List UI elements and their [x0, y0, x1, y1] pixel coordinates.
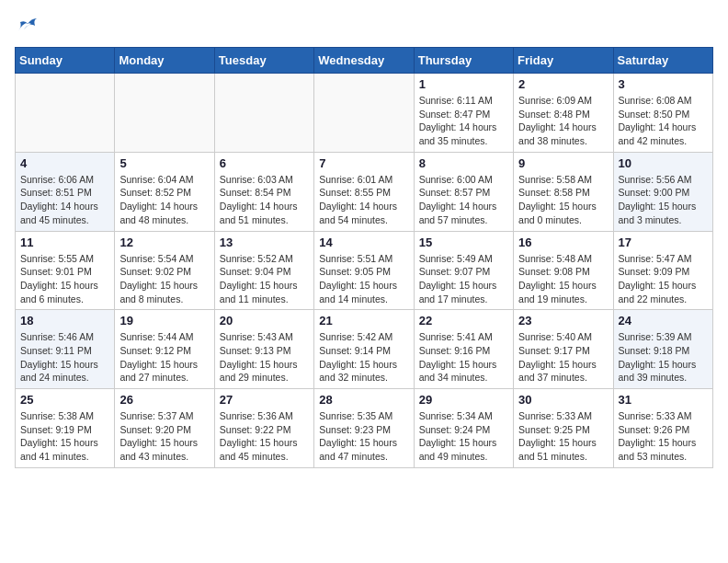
day-cell: 21Sunrise: 5:42 AMSunset: 9:14 PMDayligh…: [314, 310, 414, 389]
day-number: 31: [619, 393, 708, 407]
day-cell: 28Sunrise: 5:35 AMSunset: 9:23 PMDayligh…: [314, 389, 414, 468]
day-number: 17: [619, 236, 708, 249]
day-info: Sunrise: 5:49 AMSunset: 9:07 PMDaylight:…: [419, 252, 508, 306]
day-number: 19: [119, 314, 209, 327]
day-info: Sunrise: 5:33 AMSunset: 9:25 PMDaylight:…: [518, 409, 608, 464]
week-row-5: 25Sunrise: 5:38 AMSunset: 9:19 PMDayligh…: [16, 389, 713, 468]
day-info: Sunrise: 6:01 AMSunset: 8:55 PMDaylight:…: [319, 173, 408, 227]
day-info: Sunrise: 5:47 AMSunset: 9:09 PMDaylight:…: [619, 252, 708, 306]
day-number: 25: [20, 393, 109, 407]
day-number: 22: [419, 314, 508, 327]
day-number: 21: [319, 314, 408, 327]
day-info: Sunrise: 5:48 AMSunset: 9:08 PMDaylight:…: [518, 252, 608, 306]
day-cell: 1Sunrise: 6:11 AMSunset: 8:47 PMDaylight…: [414, 74, 513, 153]
week-row-2: 4Sunrise: 6:06 AMSunset: 8:51 PMDaylight…: [16, 152, 713, 231]
day-cell: 20Sunrise: 5:43 AMSunset: 9:13 PMDayligh…: [214, 310, 313, 389]
day-cell: 2Sunrise: 6:09 AMSunset: 8:48 PMDaylight…: [514, 74, 613, 153]
day-cell: 14Sunrise: 5:51 AMSunset: 9:05 PMDayligh…: [314, 231, 414, 310]
day-info: Sunrise: 5:38 AMSunset: 9:19 PMDaylight:…: [20, 409, 109, 464]
day-number: 7: [319, 156, 408, 170]
week-row-3: 11Sunrise: 5:55 AMSunset: 9:01 PMDayligh…: [16, 231, 713, 310]
day-number: 23: [518, 314, 608, 327]
day-number: 3: [619, 77, 708, 91]
day-cell: 5Sunrise: 6:04 AMSunset: 8:52 PMDaylight…: [115, 152, 214, 231]
day-cell: 12Sunrise: 5:54 AMSunset: 9:02 PMDayligh…: [115, 231, 214, 310]
day-number: 27: [220, 393, 309, 407]
day-info: Sunrise: 5:34 AMSunset: 9:24 PMDaylight:…: [419, 409, 508, 464]
day-number: 10: [619, 156, 708, 170]
day-number: 11: [20, 236, 109, 249]
day-number: 18: [20, 314, 109, 327]
day-cell: 16Sunrise: 5:48 AMSunset: 9:08 PMDayligh…: [514, 231, 613, 310]
day-cell: 13Sunrise: 5:52 AMSunset: 9:04 PMDayligh…: [214, 231, 313, 310]
day-cell: 23Sunrise: 5:40 AMSunset: 9:17 PMDayligh…: [514, 310, 613, 389]
day-info: Sunrise: 5:36 AMSunset: 9:22 PMDaylight:…: [220, 409, 309, 464]
day-info: Sunrise: 5:42 AMSunset: 9:14 PMDaylight:…: [319, 330, 408, 385]
day-info: Sunrise: 5:41 AMSunset: 9:16 PMDaylight:…: [419, 330, 508, 385]
day-number: 8: [419, 156, 508, 170]
day-cell: [314, 74, 414, 153]
day-cell: 8Sunrise: 6:00 AMSunset: 8:57 PMDaylight…: [414, 152, 513, 231]
day-info: Sunrise: 6:08 AMSunset: 8:50 PMDaylight:…: [619, 94, 708, 148]
day-cell: 9Sunrise: 5:58 AMSunset: 8:58 PMDaylight…: [514, 152, 613, 231]
day-info: Sunrise: 6:11 AMSunset: 8:47 PMDaylight:…: [419, 94, 508, 148]
day-number: 15: [419, 236, 508, 249]
day-number: 9: [518, 156, 608, 170]
day-number: 2: [518, 77, 608, 91]
day-cell: 25Sunrise: 5:38 AMSunset: 9:19 PMDayligh…: [16, 389, 115, 468]
day-info: Sunrise: 5:33 AMSunset: 9:26 PMDaylight:…: [619, 409, 708, 464]
days-header-row: SundayMondayTuesdayWednesdayThursdayFrid…: [16, 48, 713, 74]
day-info: Sunrise: 5:46 AMSunset: 9:11 PMDaylight:…: [20, 330, 109, 385]
day-info: Sunrise: 5:35 AMSunset: 9:23 PMDaylight:…: [319, 409, 408, 464]
day-cell: 24Sunrise: 5:39 AMSunset: 9:18 PMDayligh…: [613, 310, 712, 389]
day-cell: 4Sunrise: 6:06 AMSunset: 8:51 PMDaylight…: [16, 152, 115, 231]
day-info: Sunrise: 6:06 AMSunset: 8:51 PMDaylight:…: [20, 173, 109, 227]
day-number: 13: [220, 236, 309, 249]
day-header-thursday: Thursday: [414, 48, 513, 74]
day-number: 6: [220, 156, 309, 170]
day-info: Sunrise: 5:44 AMSunset: 9:12 PMDaylight:…: [119, 330, 209, 385]
day-number: 20: [220, 314, 309, 327]
day-number: 14: [319, 236, 408, 249]
day-cell: 10Sunrise: 5:56 AMSunset: 9:00 PMDayligh…: [613, 152, 712, 231]
day-cell: 3Sunrise: 6:08 AMSunset: 8:50 PMDaylight…: [613, 74, 712, 153]
day-info: Sunrise: 5:55 AMSunset: 9:01 PMDaylight:…: [20, 252, 109, 306]
day-info: Sunrise: 5:52 AMSunset: 9:04 PMDaylight:…: [220, 252, 309, 306]
day-number: 16: [518, 236, 608, 249]
day-info: Sunrise: 6:04 AMSunset: 8:52 PMDaylight:…: [119, 173, 209, 227]
day-info: Sunrise: 5:37 AMSunset: 9:20 PMDaylight:…: [119, 409, 209, 464]
day-cell: 29Sunrise: 5:34 AMSunset: 9:24 PMDayligh…: [414, 389, 513, 468]
day-number: 30: [518, 393, 608, 407]
calendar-table: SundayMondayTuesdayWednesdayThursdayFrid…: [15, 47, 713, 468]
day-header-tuesday: Tuesday: [214, 48, 313, 74]
page-header: [15, 15, 713, 36]
day-number: 5: [119, 156, 209, 170]
week-row-1: 1Sunrise: 6:11 AMSunset: 8:47 PMDaylight…: [16, 74, 713, 153]
day-cell: 15Sunrise: 5:49 AMSunset: 9:07 PMDayligh…: [414, 231, 513, 310]
day-info: Sunrise: 5:56 AMSunset: 9:00 PMDaylight:…: [619, 173, 708, 227]
day-cell: 7Sunrise: 6:01 AMSunset: 8:55 PMDaylight…: [314, 152, 414, 231]
day-cell: [115, 74, 214, 153]
day-cell: [214, 74, 313, 153]
day-info: Sunrise: 5:58 AMSunset: 8:58 PMDaylight:…: [518, 173, 608, 227]
day-info: Sunrise: 6:09 AMSunset: 8:48 PMDaylight:…: [518, 94, 608, 148]
day-info: Sunrise: 5:39 AMSunset: 9:18 PMDaylight:…: [619, 330, 708, 385]
day-number: 26: [119, 393, 209, 407]
day-header-monday: Monday: [115, 48, 214, 74]
day-header-sunday: Sunday: [16, 48, 115, 74]
logo: [15, 15, 39, 36]
day-info: Sunrise: 5:51 AMSunset: 9:05 PMDaylight:…: [319, 252, 408, 306]
day-cell: 26Sunrise: 5:37 AMSunset: 9:20 PMDayligh…: [115, 389, 214, 468]
day-info: Sunrise: 5:43 AMSunset: 9:13 PMDaylight:…: [220, 330, 309, 385]
day-header-friday: Friday: [514, 48, 613, 74]
day-number: 1: [419, 77, 508, 91]
day-header-saturday: Saturday: [613, 48, 712, 74]
day-cell: [16, 74, 115, 153]
day-cell: 19Sunrise: 5:44 AMSunset: 9:12 PMDayligh…: [115, 310, 214, 389]
day-cell: 17Sunrise: 5:47 AMSunset: 9:09 PMDayligh…: [613, 231, 712, 310]
day-cell: 22Sunrise: 5:41 AMSunset: 9:16 PMDayligh…: [414, 310, 513, 389]
day-number: 24: [619, 314, 708, 327]
day-cell: 31Sunrise: 5:33 AMSunset: 9:26 PMDayligh…: [613, 389, 712, 468]
logo-text: [15, 15, 37, 36]
day-cell: 6Sunrise: 6:03 AMSunset: 8:54 PMDaylight…: [214, 152, 313, 231]
